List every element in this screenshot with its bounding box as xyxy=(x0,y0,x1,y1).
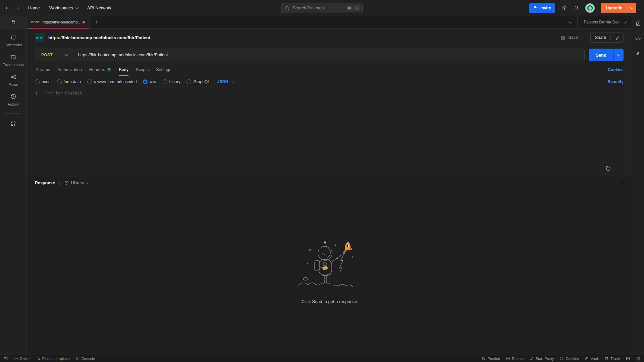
code-snippet-icon[interactable]: </> xyxy=(635,37,641,41)
chevron-down-icon xyxy=(623,20,627,23)
sidebar-divider xyxy=(5,113,21,114)
notifications-bell-icon[interactable] xyxy=(574,5,579,11)
toggle-sidebar-button[interactable] xyxy=(3,356,8,361)
response-pane: Response History xyxy=(27,177,632,355)
send-options-button[interactable] xyxy=(613,49,624,61)
tab-headers[interactable]: Headers(8) xyxy=(86,63,115,76)
invite-button[interactable]: Invite xyxy=(529,3,555,13)
sidebar-configure-button[interactable] xyxy=(10,121,16,127)
sidebar-item-label: Environments xyxy=(2,63,24,67)
search-icon xyxy=(285,6,290,11)
nav-workspaces[interactable]: Workspaces xyxy=(49,5,78,10)
environment-name: Palsons Derma Dev xyxy=(584,20,620,24)
exchange-arrows-icon[interactable] xyxy=(635,51,641,56)
workspace-lock-button[interactable] xyxy=(0,16,26,28)
runner-button[interactable]: Runner xyxy=(506,356,524,361)
tab-label: Params xyxy=(36,67,50,72)
postbot-icon[interactable] xyxy=(605,165,611,172)
tab-params[interactable]: Params xyxy=(32,63,54,76)
online-status[interactable]: Online xyxy=(14,356,31,361)
http-badge-icon: HTTP xyxy=(35,33,44,42)
history-label: History xyxy=(71,181,84,185)
upgrade-dropdown[interactable] xyxy=(627,3,636,13)
split-panel-button[interactable] xyxy=(626,356,630,361)
search-input[interactable] xyxy=(292,5,345,11)
tab-scripts[interactable]: Scripts xyxy=(132,63,152,76)
new-tab-button[interactable]: + xyxy=(90,16,103,28)
nav-api-network[interactable]: API Network xyxy=(87,5,111,10)
vault-icon xyxy=(585,356,589,361)
cookies-label: Cookies xyxy=(566,357,579,361)
send-button[interactable]: Send xyxy=(589,49,613,61)
sidebar-item-environments[interactable]: Environments xyxy=(2,54,24,67)
global-search[interactable]: ⌘ K xyxy=(281,3,363,13)
radio-label: x-www-form-urlencoded xyxy=(94,79,137,84)
response-empty-state: Click Send to get a response xyxy=(27,189,632,355)
body-type-raw[interactable]: raw xyxy=(143,79,156,84)
body-type-graphql[interactable]: GraphQL xyxy=(186,79,210,84)
tab-body[interactable]: Body xyxy=(115,63,132,76)
sidebar-item-label: Collections xyxy=(5,43,22,47)
workzone: Collections Environments Flows History xyxy=(0,16,644,355)
trash-label: Trash xyxy=(610,357,620,361)
sidebar-item-collections[interactable]: Collections xyxy=(5,34,22,47)
nav-home[interactable]: Home xyxy=(28,5,40,10)
upgrade-label: Upgrade xyxy=(601,3,627,13)
chevron-down-icon xyxy=(569,20,572,23)
status-bar: Online Find and replace Console Postbot … xyxy=(0,355,644,362)
share-button[interactable]: Share xyxy=(591,35,610,40)
radio-label: form-data xyxy=(64,79,81,84)
body-editor[interactable]: 1 ^⌥P for Postbot xyxy=(27,88,632,177)
tabstrip-right: Palsons Derma Dev xyxy=(562,16,632,28)
sidebar-item-history[interactable]: History xyxy=(8,94,19,106)
share-group: Share xyxy=(590,33,624,43)
tab-settings[interactable]: Settings xyxy=(152,63,175,76)
body-type-binary[interactable]: binary xyxy=(163,79,180,84)
beautify-link[interactable]: Beautify xyxy=(608,79,624,84)
response-history-selector[interactable]: History xyxy=(64,181,89,185)
copy-link-button[interactable] xyxy=(611,35,623,40)
line-number: 1 xyxy=(27,91,46,177)
tab-label: Body xyxy=(119,67,129,72)
body-type-form-data[interactable]: form-data xyxy=(57,79,81,84)
forward-arrow-icon[interactable] xyxy=(15,5,20,11)
request-tab-active[interactable]: POST https://fhir-bootcamp.. xyxy=(27,16,90,28)
vault-button[interactable]: Vault xyxy=(585,356,599,361)
save-button[interactable]: Save xyxy=(560,35,578,40)
trash-button[interactable]: Trash xyxy=(604,356,620,361)
grid-plus-icon xyxy=(10,121,16,127)
upgrade-button[interactable]: Upgrade xyxy=(601,3,636,13)
url-input[interactable] xyxy=(73,53,584,57)
editor-placeholder: ^⌥P for Postbot xyxy=(46,91,82,177)
environment-selector[interactable]: Palsons Derma Dev xyxy=(578,20,632,24)
runner-label: Runner xyxy=(512,357,524,361)
find-label: Find and replace xyxy=(42,357,70,361)
cookies-button[interactable]: Cookies xyxy=(559,356,579,361)
proxy-label: Start Proxy xyxy=(536,357,554,361)
help-icon[interactable] xyxy=(636,356,641,361)
variables-panel-icon[interactable] xyxy=(635,21,641,26)
cookie-icon xyxy=(559,356,564,361)
console-button[interactable]: Console xyxy=(75,356,95,361)
radio-icon xyxy=(57,79,62,84)
tab-authorization[interactable]: Authorization xyxy=(54,63,86,76)
start-proxy-button[interactable]: Start Proxy xyxy=(530,356,554,361)
cookies-link[interactable]: Cookies xyxy=(608,67,624,72)
radio-label: GraphQL xyxy=(193,79,210,84)
method-selector[interactable]: POST xyxy=(35,53,73,57)
body-type-urlencoded[interactable]: x-www-form-urlencoded xyxy=(87,79,137,84)
top-navbar: Home Workspaces API Network ⌘ K Invite U… xyxy=(0,0,644,16)
collapse-response-button[interactable] xyxy=(621,179,624,187)
back-arrow-icon[interactable] xyxy=(5,5,10,11)
tab-options-button[interactable] xyxy=(562,21,577,23)
body-type-none[interactable]: none xyxy=(35,79,51,84)
find-and-replace-button[interactable]: Find and replace xyxy=(36,356,70,361)
settings-gear-icon[interactable] xyxy=(561,5,567,11)
right-rail: </> xyxy=(632,16,644,355)
sidebar-item-flows[interactable]: Flows xyxy=(9,74,18,86)
format-selector[interactable]: JSON xyxy=(217,79,233,84)
postbot-button[interactable]: Postbot xyxy=(481,356,500,361)
save-options-button[interactable] xyxy=(582,35,586,40)
user-avatar[interactable] xyxy=(585,3,595,13)
invite-label: Invite xyxy=(540,6,551,10)
